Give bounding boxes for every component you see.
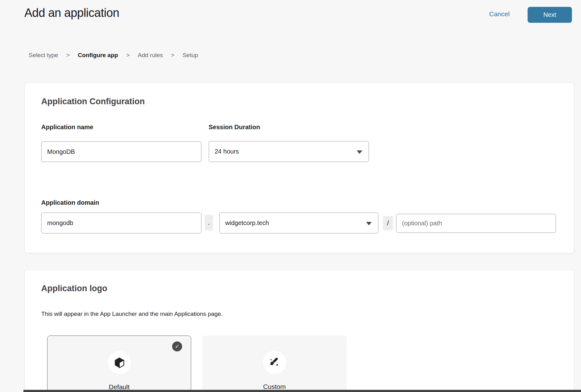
path-input[interactable]	[396, 214, 556, 233]
domain-value: widgetcorp.tech	[225, 219, 269, 227]
cancel-button[interactable]: Cancel	[489, 10, 509, 18]
logo-option-default[interactable]: ✓ Default	[47, 336, 191, 392]
default-logo-circle	[108, 351, 131, 374]
step-add-rules[interactable]: Add rules	[138, 52, 163, 59]
breadcrumb-separator: >	[171, 52, 174, 59]
breadcrumb: Select type > Configure app > Add rules …	[29, 52, 198, 59]
next-button[interactable]: Next	[528, 7, 572, 23]
paintbrush-icon	[268, 355, 281, 369]
page-title: Add an application	[24, 6, 119, 20]
chevron-down-icon	[357, 150, 362, 154]
session-duration-label: Session Duration	[209, 124, 260, 131]
subdomain-input[interactable]	[41, 213, 201, 233]
chevron-down-icon	[366, 222, 372, 225]
add-application-page: Add an application Cancel Next Select ty…	[0, 0, 581, 392]
custom-logo-circle	[263, 351, 286, 374]
step-configure-app[interactable]: Configure app	[78, 52, 118, 59]
application-configuration-card: Application Configuration Application na…	[24, 83, 574, 253]
configuration-heading: Application Configuration	[41, 97, 145, 106]
step-select-type[interactable]: Select type	[29, 52, 58, 59]
step-setup[interactable]: Setup	[182, 52, 198, 59]
application-name-input[interactable]	[41, 141, 201, 162]
logo-option-custom[interactable]: Custom	[202, 336, 347, 392]
logo-option-label: Custom	[202, 383, 347, 390]
application-name-label: Application name	[41, 124, 93, 131]
session-duration-select[interactable]: 24 hours	[209, 141, 369, 162]
logo-description: This will appear in the App Launcher and…	[41, 311, 223, 317]
breadcrumb-separator: >	[66, 52, 70, 59]
checkmark-icon: ✓	[172, 341, 182, 351]
logo-heading: Application logo	[41, 284, 107, 293]
domain-dot-separator: .	[205, 215, 213, 230]
application-logo-card: Application logo This will appear in the…	[24, 270, 574, 392]
cube-icon	[113, 356, 126, 369]
session-duration-value: 24 hours	[215, 148, 239, 155]
breadcrumb-separator: >	[126, 52, 130, 59]
domain-select[interactable]: widgetcorp.tech	[219, 213, 378, 233]
bottom-edge-bar	[23, 390, 581, 392]
application-domain-label: Application domain	[41, 199, 99, 206]
domain-slash-separator: /	[383, 216, 393, 230]
